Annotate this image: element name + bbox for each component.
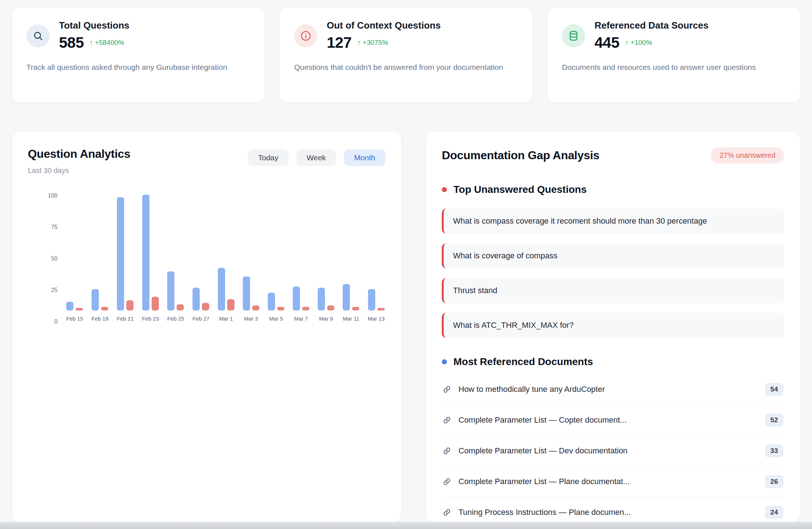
bar-questions <box>66 302 73 310</box>
bar-out-of-context <box>302 307 309 310</box>
referenced-document-row[interactable]: How to methodically tune any ArduCopter5… <box>442 374 784 405</box>
bar-questions <box>243 276 250 310</box>
info-icon <box>294 24 317 47</box>
referenced-document-row[interactable]: Complete Parameter List — Copter documen… <box>442 405 784 436</box>
referenced-document-row[interactable]: Complete Parameter List — Dev documentat… <box>442 436 784 466</box>
gap-header: Documentation Gap Analysis 27% unanswere… <box>442 147 784 164</box>
red-dot-icon <box>442 187 447 192</box>
bar-group-feb-27: Feb 27 <box>193 185 210 322</box>
stat-card-top: Total Questions585↑ +58400% <box>26 20 250 51</box>
unanswered-question-row: Thrust stand <box>442 278 784 303</box>
database-icon <box>562 24 585 47</box>
bar-questions <box>343 284 350 310</box>
stat-description: Questions that couldn't be answered from… <box>294 62 511 73</box>
stat-delta: ↑ +58400% <box>90 39 124 47</box>
stat-card-total-questions: Total Questions585↑ +58400%Track all que… <box>12 7 265 103</box>
x-tick-label: Mar 7 <box>294 316 308 322</box>
analytics-subtitle: Last 30 days <box>28 166 130 175</box>
bar-group-mar-11: Mar 11 <box>343 185 359 322</box>
range-tabs: TodayWeekMonth <box>248 149 385 166</box>
unanswered-questions-list: What is compass coverage it recoment sho… <box>442 208 784 338</box>
stat-description: Track all questions asked through any Gu… <box>26 62 244 73</box>
document-count-badge: 54 <box>765 383 783 396</box>
bar-out-of-context <box>76 308 83 310</box>
bar-out-of-context <box>227 299 234 310</box>
bar-out-of-context <box>152 297 159 310</box>
stat-value: 585 <box>59 34 84 51</box>
bar-out-of-context <box>377 308 385 310</box>
y-tick-label: 50 <box>51 255 58 262</box>
bar-out-of-context <box>101 307 108 310</box>
bar-questions <box>193 288 200 310</box>
bar-questions <box>92 289 99 310</box>
chart-plot-area: Feb 15Feb 18Feb 21Feb 23Feb 25Feb 27Mar … <box>66 196 385 322</box>
stat-title: Total Questions <box>59 20 130 31</box>
bar-group-feb-15: Feb 15 <box>66 185 83 322</box>
bar-questions <box>218 268 225 310</box>
question-analytics-panel: Question Analytics Last 30 days TodayWee… <box>12 131 402 523</box>
stat-delta: ↑ +100% <box>625 39 652 47</box>
bar-out-of-context <box>327 305 334 310</box>
stat-card-top: Referenced Data Sources445↑ +100% <box>562 20 786 51</box>
bar-out-of-context <box>202 303 209 310</box>
bar-pair <box>343 185 359 310</box>
document-title: Complete Parameter List — Dev documentat… <box>458 446 627 456</box>
documentation-gap-panel: Documentation Gap Analysis 27% unanswere… <box>426 131 800 523</box>
tab-week[interactable]: Week <box>296 149 336 166</box>
bar-pair <box>243 185 259 310</box>
referenced-document-row[interactable]: Complete Parameter List — Plane document… <box>442 466 784 497</box>
stat-value: 445 <box>595 34 619 51</box>
bar-pair <box>368 185 385 310</box>
bar-chart: 0255075100 Feb 15Feb 18Feb 21Feb 23Feb 2… <box>30 196 385 322</box>
bar-group-mar-3: Mar 3 <box>243 185 259 322</box>
bar-group-mar-9: Mar 9 <box>318 185 334 322</box>
link-icon <box>443 508 451 517</box>
x-tick-label: Feb 23 <box>142 316 159 322</box>
y-tick-label: 100 <box>48 192 58 199</box>
x-tick-label: Mar 11 <box>343 316 359 322</box>
y-tick-label: 0 <box>54 318 58 325</box>
stat-texts: Out of Context Questions127↑ +3075% <box>327 20 441 51</box>
stat-description: Documents and resources used to answer u… <box>562 62 779 73</box>
x-tick-label: Feb 27 <box>193 316 210 322</box>
bar-group-mar-13: Mar 13 <box>368 185 385 322</box>
bar-questions <box>142 195 149 310</box>
x-tick-label: Mar 3 <box>244 316 258 322</box>
x-tick-label: Mar 1 <box>219 316 233 322</box>
referenced-section-heading: Most Referenced Documents <box>442 356 784 368</box>
panels-row: Question Analytics Last 30 days TodayWee… <box>12 131 800 523</box>
stat-delta: ↑ +3075% <box>358 39 388 47</box>
analytics-header: Question Analytics Last 30 days TodayWee… <box>28 147 385 175</box>
x-tick-label: Mar 5 <box>269 316 283 322</box>
bar-questions <box>167 271 174 310</box>
tab-month[interactable]: Month <box>344 149 385 166</box>
analytics-title: Question Analytics <box>28 147 130 161</box>
stat-value: 127 <box>327 34 352 51</box>
bar-group-feb-23: Feb 23 <box>142 185 159 322</box>
analytics-titles: Question Analytics Last 30 days <box>28 147 130 175</box>
x-tick-label: Feb 21 <box>117 316 134 322</box>
x-tick-label: Feb 15 <box>66 316 83 322</box>
stat-title: Referenced Data Sources <box>595 20 709 31</box>
document-count-badge: 26 <box>765 475 783 488</box>
bar-group-mar-1: Mar 1 <box>218 185 234 322</box>
bar-pair <box>117 185 134 310</box>
bar-group-feb-21: Feb 21 <box>117 185 134 322</box>
stat-card-top: Out of Context Questions127↑ +3075% <box>294 20 518 51</box>
unanswered-question-row: What is coverage of compass <box>442 243 784 268</box>
y-tick-label: 25 <box>51 287 58 293</box>
stat-texts: Referenced Data Sources445↑ +100% <box>595 20 709 51</box>
bar-questions <box>318 288 325 310</box>
search-icon <box>26 24 50 47</box>
document-title: Complete Parameter List — Plane document… <box>458 477 630 486</box>
bar-pair <box>318 185 334 310</box>
document-title: Complete Parameter List — Copter documen… <box>458 415 627 425</box>
unanswered-percentage-badge: 27% unanswered <box>711 147 784 164</box>
x-tick-label: Mar 13 <box>368 316 385 322</box>
bar-pair <box>218 185 234 310</box>
unanswered-question-row: What is compass coverage it recoment sho… <box>442 208 784 234</box>
x-tick-label: Feb 18 <box>92 316 109 322</box>
bar-out-of-context <box>352 307 359 310</box>
bar-out-of-context <box>252 305 259 310</box>
tab-today[interactable]: Today <box>248 149 288 166</box>
